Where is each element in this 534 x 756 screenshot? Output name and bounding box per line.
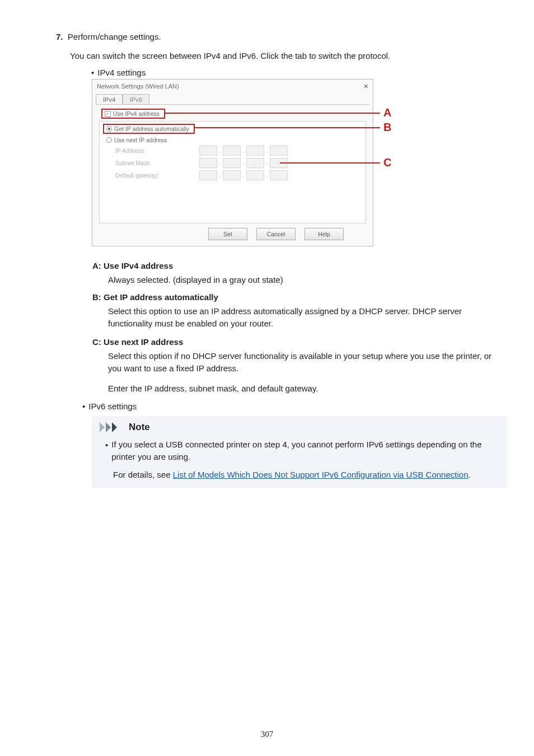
leader-b xyxy=(194,127,380,128)
subnet-mask-label: Subnet Mask: xyxy=(115,160,151,166)
note-chevrons-icon xyxy=(100,422,125,432)
use-next-ip-row[interactable]: Use next IP address xyxy=(106,137,167,143)
close-icon[interactable]: × xyxy=(364,82,368,91)
definition-a: A: Use IPv4 address Always selected. (di… xyxy=(92,261,503,286)
definition-c-head: C: Use next IP address xyxy=(92,337,503,347)
default-gateway-input[interactable]: ... xyxy=(199,170,288,180)
dialog-screenshot-wrap: Network Settings (Wired LAN) × IPv4 IPv6… xyxy=(92,79,393,249)
definition-c-body: Select this option if no DHCP server fun… xyxy=(108,350,503,375)
note-line1: If you select a USB connected printer on… xyxy=(111,438,499,463)
get-ip-auto-label: Get IP address automatically xyxy=(114,125,189,132)
note-line2: For details, see List of Models Which Do… xyxy=(113,469,499,481)
checkbox-icon: ✓ xyxy=(105,111,111,117)
callout-letter-c: C xyxy=(383,156,391,169)
bullet-ipv4-label: IPv4 settings xyxy=(97,68,146,77)
definition-b: B: Get IP address automatically Select t… xyxy=(92,292,503,330)
definition-c: C: Use next IP address Select this optio… xyxy=(92,337,503,375)
bullet-dot-icon: • xyxy=(105,439,108,451)
use-ipv4-checkbox-row[interactable]: ✓ Use IPv4 address xyxy=(105,110,160,117)
tab-rule xyxy=(96,104,369,105)
dialog-buttons: Set Cancel Help xyxy=(208,228,344,240)
bullet-ipv6-settings: •IPv6 settings xyxy=(82,402,137,411)
definition-b-head: B: Get IP address automatically xyxy=(92,292,503,302)
note-title: Note xyxy=(129,422,150,433)
get-ip-auto-row[interactable]: Get IP address automatically xyxy=(106,125,189,132)
set-button[interactable]: Set xyxy=(208,228,247,240)
callout-letter-b: B xyxy=(383,121,391,134)
callout-letter-a: A xyxy=(383,106,391,119)
leader-c xyxy=(280,162,380,164)
step-title: Perform/change settings. xyxy=(68,32,161,41)
note-line2-post: . xyxy=(468,470,470,479)
cancel-button[interactable]: Cancel xyxy=(256,228,296,240)
note-header: Note xyxy=(100,422,499,433)
tab-ipv4[interactable]: IPv4 xyxy=(96,94,123,105)
inner-panel: Get IP address automatically Use next IP… xyxy=(99,121,366,223)
bullet-ipv6-label: IPv6 settings xyxy=(88,402,137,411)
page-number: 307 xyxy=(0,730,534,739)
leader-a xyxy=(165,113,380,114)
step-heading: 7. Perform/change settings. xyxy=(56,32,161,41)
step-description: You can switch the screen between IPv4 a… xyxy=(70,51,390,60)
tabs: IPv4 IPv6 xyxy=(96,94,149,105)
use-next-ip-label: Use next IP address xyxy=(114,137,167,143)
tab-ipv6[interactable]: IPv6 xyxy=(123,94,149,105)
ip-address-input[interactable]: ... xyxy=(199,146,288,156)
svg-marker-1 xyxy=(106,422,111,432)
definition-b-body: Select this option to use an IP address … xyxy=(108,305,503,330)
default-gateway-label: Default gateway: xyxy=(115,172,159,179)
ip-address-label: IP Address: xyxy=(115,147,146,154)
definition-a-body: Always selected. (displayed in a gray ou… xyxy=(108,274,503,286)
note-box: Note • If you select a USB connected pri… xyxy=(92,416,507,488)
use-ipv4-label: Use IPv4 address xyxy=(113,110,160,117)
dialog-title: Network Settings (Wired LAN) xyxy=(97,83,179,90)
note-body: • If you select a USB connected printer … xyxy=(100,438,499,480)
subnet-mask-input[interactable]: ... xyxy=(199,158,288,168)
bullet-dot-icon: • xyxy=(82,402,85,411)
note-link[interactable]: List of Models Which Does Not Support IP… xyxy=(173,470,469,479)
help-button[interactable]: Help xyxy=(305,228,344,240)
step-number: 7. xyxy=(56,32,63,41)
radio-unselected-icon xyxy=(106,137,112,143)
svg-marker-2 xyxy=(112,422,117,432)
definition-c-extra: Enter the IP address, subnet mask, and d… xyxy=(108,384,503,393)
definition-a-head: A: Use IPv4 address xyxy=(92,261,503,270)
note-line2-pre: For details, see xyxy=(113,470,173,479)
bullet-ipv4-settings: •IPv4 settings xyxy=(91,68,146,77)
radio-selected-icon xyxy=(106,126,112,132)
bullet-dot-icon: • xyxy=(91,68,94,77)
svg-marker-0 xyxy=(100,422,105,432)
